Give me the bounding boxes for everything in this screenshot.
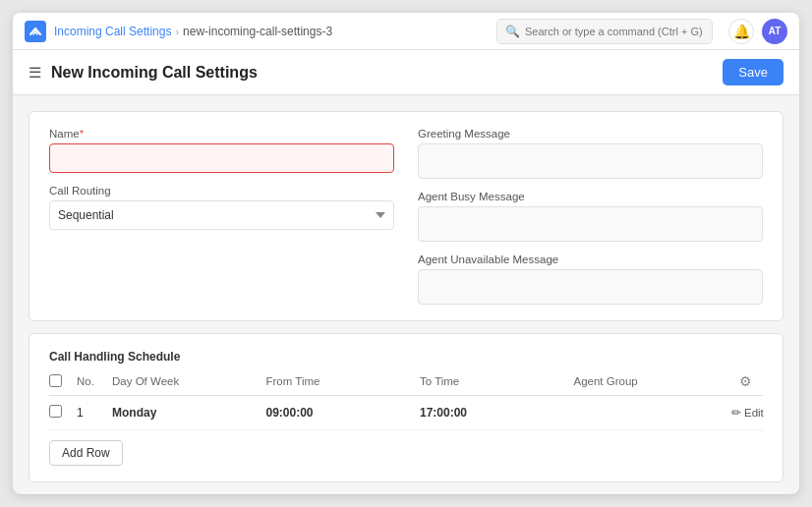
form-group-greeting: Greeting Message [418,128,763,179]
name-input[interactable] [49,143,394,173]
row-to-time: 17:00:00 [420,406,574,420]
search-input[interactable] [525,26,704,37]
page-header: ☰ New Incoming Call Settings Save [13,50,799,95]
row-edit-cell: ✏ Edit [727,404,763,422]
row-checkbox-cell [49,405,77,421]
main-content: Name* Call Routing Sequential Round Robi… [13,95,799,494]
edit-button[interactable]: ✏ Edit [727,404,768,422]
save-button[interactable]: Save [723,59,783,85]
col-day: Day Of Week [112,375,266,387]
row-day: Monday [112,406,266,420]
form-col-left: Name* Call Routing Sequential Round Robi… [49,128,394,305]
form-group-agent-busy: Agent Busy Message [418,191,763,242]
row-from-time: 09:00:00 [266,406,421,420]
table-header: No. Day Of Week From Time To Time Agent … [49,373,763,396]
agent-busy-input[interactable] [418,206,763,242]
form-col-right: Greeting Message Agent Busy Message Agen… [418,128,763,305]
notification-button[interactable]: 🔔 [728,19,754,44]
table-row: 1 Monday 09:00:00 17:00:00 ✏ Edit [49,396,763,430]
add-row-button[interactable]: Add Row [49,440,123,466]
col-checkbox [49,374,77,389]
form-group-agent-unavailable: Agent Unavailable Message [418,254,763,305]
schedule-title: Call Handling Schedule [49,350,763,364]
col-to: To Time [420,375,574,387]
menu-icon[interactable]: ☰ [29,64,41,82]
schedule-card: Call Handling Schedule No. Day Of Week F… [29,333,783,482]
breadcrumb-current: new-incoming-call-settings-3 [183,25,332,38]
agent-busy-label: Agent Busy Message [418,191,763,202]
name-label: Name* [49,128,394,140]
search-icon: 🔍 [505,25,520,38]
page-title: New Incoming Call Settings [51,64,258,82]
form-group-call-routing: Call Routing Sequential Round Robin Ring… [49,185,394,230]
call-routing-label: Call Routing [49,185,394,197]
edit-label: Edit [744,407,764,419]
call-routing-select[interactable]: Sequential Round Robin Ring All [49,200,394,230]
col-agent-group: Agent Group [574,375,728,387]
required-indicator: * [80,128,84,140]
topbar: Incoming Call Settings › new-incoming-ca… [13,13,799,50]
schedule-table: No. Day Of Week From Time To Time Agent … [49,373,763,430]
form-group-name: Name* [49,128,394,173]
col-no: No. [77,375,112,387]
row-checkbox[interactable] [49,405,62,418]
search-bar[interactable]: 🔍 [496,19,713,44]
col-settings[interactable]: ⚙ [727,373,763,389]
page-header-left: ☰ New Incoming Call Settings [29,64,258,82]
greeting-message-input[interactable] [418,143,763,179]
avatar[interactable]: AT [762,19,787,44]
agent-unavailable-input[interactable] [418,269,763,305]
app-logo [25,21,46,42]
select-all-checkbox[interactable] [49,374,62,387]
breadcrumb-parent[interactable]: Incoming Call Settings [54,25,171,38]
app-window: Incoming Call Settings › new-incoming-ca… [13,13,799,494]
form-card: Name* Call Routing Sequential Round Robi… [29,111,783,321]
agent-unavailable-label: Agent Unavailable Message [418,254,763,265]
greeting-message-label: Greeting Message [418,128,763,140]
pencil-icon: ✏ [731,406,741,420]
form-row-1: Name* Call Routing Sequential Round Robi… [49,128,763,305]
topbar-icons: 🔔 AT [728,19,787,44]
breadcrumb: Incoming Call Settings › new-incoming-ca… [54,25,489,38]
row-no: 1 [77,406,112,420]
breadcrumb-chevron-1: › [175,26,179,37]
col-from: From Time [266,375,421,387]
